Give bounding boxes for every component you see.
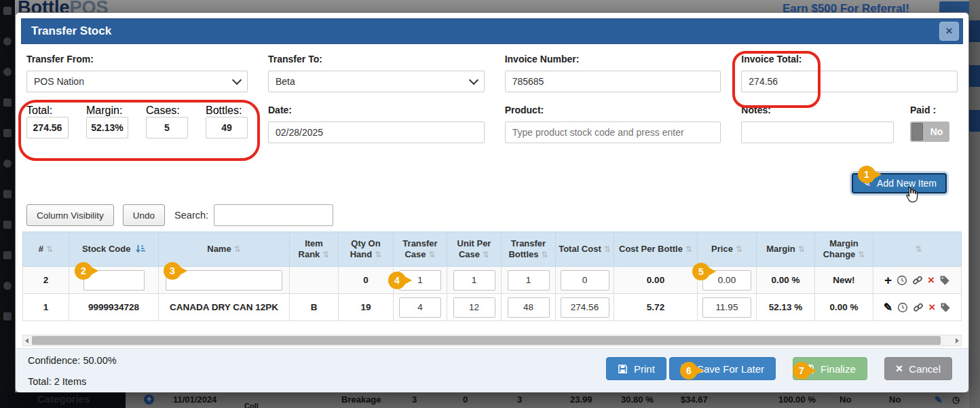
cell-margin: 0.00 % [757, 267, 815, 294]
invoice-total-input[interactable] [741, 71, 958, 92]
finalize-button[interactable]: Finalize [793, 357, 867, 380]
scroll-left-icon[interactable] [25, 338, 29, 344]
cell-cost-per-bottle: 0.00 [614, 267, 698, 294]
col-header-margin[interactable]: Margin⇅ [757, 232, 815, 267]
col-header-actions[interactable]: ⇅ [873, 232, 962, 267]
invoice-number-field: Invoice Number: [505, 54, 721, 92]
tag-icon[interactable] [939, 275, 950, 286]
transfer-bottles-input[interactable] [508, 270, 550, 291]
sort-icon: ⇅ [604, 244, 611, 254]
table-row: 2 0 0.00 0.00 % New! + × [23, 267, 962, 294]
link-icon[interactable] [912, 275, 923, 286]
total-input[interactable] [26, 117, 69, 138]
col-header-item-rank[interactable]: Item Rank⇅ [290, 232, 339, 267]
col-header-unit-per-case[interactable]: Unit Per Case⇅ [447, 232, 502, 267]
price-input[interactable] [702, 297, 751, 318]
sort-icon: ⇅ [429, 250, 436, 259]
name-input[interactable] [166, 270, 282, 291]
save-icon [681, 364, 691, 374]
notes-input[interactable] [741, 122, 894, 143]
table-row: 1 9999934728 CANADA DRY CAN 12PK B 19 5.… [23, 294, 962, 321]
sort-icon: ⇅ [915, 244, 922, 254]
cell-margin-change: New! [815, 267, 873, 294]
invoice-number-input[interactable] [505, 71, 721, 92]
transfer-to-select[interactable]: Beta [268, 71, 485, 92]
margin-label: Margin: [86, 105, 122, 116]
tag-icon[interactable] [940, 302, 951, 313]
cases-label: Cases: [146, 105, 180, 116]
bottles-field: Bottles: [206, 105, 248, 143]
transfer-from-select[interactable]: POS Nation [26, 71, 248, 92]
paid-toggle[interactable]: No [910, 122, 949, 142]
transfer-case-input[interactable] [399, 297, 441, 318]
undo-button[interactable]: Undo [123, 204, 165, 226]
notes-field: Notes: [741, 105, 894, 143]
cell-cost-per-bottle: 5.72 [614, 294, 698, 321]
transfer-from-field: Transfer From: POS Nation [26, 54, 248, 92]
price-input[interactable] [702, 270, 751, 291]
scrollbar-thumb[interactable] [32, 336, 941, 345]
table-toolbar: Column Visibility Undo Search: [26, 204, 333, 226]
search-input[interactable] [214, 204, 333, 226]
date-input[interactable] [268, 122, 485, 143]
cell-item-rank: B [290, 294, 339, 321]
col-header-stock-code[interactable]: Stock Code [69, 232, 159, 267]
col-header-transfer-case[interactable]: Transfer Case⇅ [394, 232, 447, 267]
unit-per-case-input[interactable] [453, 297, 495, 318]
column-visibility-button[interactable]: Column Visibility [26, 204, 114, 226]
cancel-button[interactable]: × Cancel [884, 357, 952, 380]
col-header-total-cost[interactable]: Total Cost⇅ [556, 232, 614, 267]
add-new-item-button[interactable]: ✎ Add New Item [852, 173, 947, 193]
edit-pencil-icon[interactable]: ✎ [884, 301, 892, 314]
margin-field: Margin: [86, 105, 128, 143]
row-actions: + × [875, 275, 959, 286]
product-label: Product: [505, 105, 721, 115]
cell-qty-on-hand: 0 [339, 267, 394, 294]
cell-num: 1 [23, 294, 69, 321]
col-header-transfer-bottles[interactable]: Transfer Bottles⇅ [502, 232, 556, 267]
cell-stock-code: 9999934728 [69, 294, 159, 321]
transfer-bottles-input[interactable] [508, 297, 550, 318]
save-for-later-button[interactable]: Save For Later [669, 357, 776, 380]
col-header-price[interactable]: Price⇅ [698, 232, 757, 267]
sort-icon: ⇅ [375, 250, 381, 259]
bottles-input[interactable] [206, 117, 248, 138]
invoice-total-field: Invoice Total: [741, 54, 958, 92]
history-clock-icon[interactable] [897, 302, 908, 313]
link-icon[interactable] [913, 302, 924, 313]
product-input[interactable] [505, 122, 721, 143]
stock-code-input[interactable] [83, 270, 145, 291]
total-cost-input[interactable] [561, 270, 609, 291]
delete-icon[interactable]: × [928, 302, 935, 313]
sort-icon: ⇅ [542, 250, 548, 259]
col-header-margin-change[interactable]: Margin Change⇅ [815, 232, 873, 267]
invoice-number-label: Invoice Number: [505, 54, 721, 64]
sort-icon: ⇅ [858, 250, 865, 259]
transfer-case-input[interactable] [399, 270, 441, 291]
col-header-num[interactable]: #⇅ [23, 232, 69, 267]
history-clock-icon[interactable] [897, 275, 907, 286]
horizontal-scrollbar[interactable] [22, 335, 962, 346]
scroll-right-icon[interactable] [956, 338, 959, 344]
cases-input[interactable] [146, 117, 188, 138]
margin-input[interactable] [86, 117, 128, 138]
transfer-stock-modal: Transfer Stock × Transfer From: POS Nati… [15, 12, 969, 391]
transfer-from-label: Transfer From: [26, 54, 248, 64]
save-icon [804, 364, 814, 374]
add-icon[interactable]: + [884, 275, 892, 286]
unit-per-case-input[interactable] [453, 270, 495, 291]
close-icon[interactable]: × [939, 22, 959, 41]
cases-field: Cases: [146, 105, 188, 143]
sort-icon: ⇅ [483, 250, 489, 259]
delete-icon[interactable]: × [928, 275, 935, 286]
col-header-name[interactable]: Name⇅ [159, 232, 290, 267]
total-field: Total: [26, 105, 69, 143]
total-cost-input[interactable] [561, 297, 609, 318]
date-field: Date: [268, 105, 485, 143]
print-button[interactable]: Print [606, 357, 666, 380]
sort-icon: ⇅ [46, 244, 53, 254]
col-header-cost-per-bottle[interactable]: Cost Per Bottle⇅ [614, 232, 698, 267]
col-header-qty-on-hand[interactable]: Qty On Hand⇅ [339, 232, 394, 267]
sort-icon: ⇅ [322, 250, 329, 259]
cell-item-rank [290, 267, 339, 294]
